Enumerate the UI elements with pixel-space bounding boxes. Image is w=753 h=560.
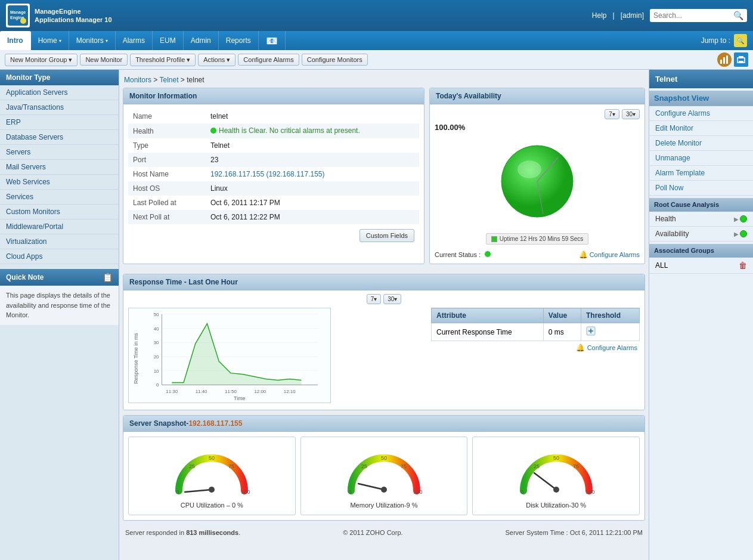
home-arrow-icon: ▾ xyxy=(59,38,61,44)
snapshot-view-header[interactable]: Snapshot View xyxy=(649,91,753,106)
configure-monitors-btn[interactable]: Configure Monitors xyxy=(302,54,368,66)
svg-rect-6 xyxy=(726,55,728,64)
nav-reports[interactable]: Reports xyxy=(219,31,259,50)
disk-gauge-label: Disk Utilization-30 % xyxy=(526,502,586,509)
attr-configure-alarms-link[interactable]: Configure Alarms xyxy=(587,344,637,351)
svg-text:100: 100 xyxy=(585,489,594,495)
threshold-config-icon[interactable] xyxy=(586,326,596,336)
svg-text:0: 0 xyxy=(156,382,159,388)
avail-30-btn[interactable]: 30▾ xyxy=(622,109,640,119)
svg-text:50: 50 xyxy=(381,455,387,461)
nav-monitors[interactable]: Monitors ▾ xyxy=(69,31,116,50)
field-label: Host OS xyxy=(128,181,206,196)
jump-icon[interactable]: 🔍 xyxy=(734,34,747,47)
configure-alarms-toolbar-btn[interactable]: Configure Alarms xyxy=(238,54,299,66)
configure-alarms-area: 🔔 Configure Alarms xyxy=(579,250,640,259)
svg-text:25: 25 xyxy=(189,463,195,469)
nav-home[interactable]: Home ▾ xyxy=(31,31,69,50)
svg-text:11:40: 11:40 xyxy=(196,389,207,394)
nav-icon[interactable]: 📧 xyxy=(259,31,286,50)
response-7-btn[interactable]: 7▾ xyxy=(367,294,382,304)
uptime-color-icon xyxy=(491,236,497,242)
sidebar-item-java[interactable]: Java/Transactions xyxy=(0,100,119,115)
header-right: Help | [admin] 🔍 xyxy=(592,9,747,22)
sidebar-item-mail-servers[interactable]: Mail Servers xyxy=(0,160,119,175)
sidebar-item-services[interactable]: Services xyxy=(0,190,119,205)
response-chart: Response Time in ms 50 xyxy=(128,308,331,403)
new-monitor-group-btn[interactable]: New Monitor Group ▾ xyxy=(5,54,78,66)
svg-marker-35 xyxy=(172,324,301,385)
current-status-icon xyxy=(485,251,491,257)
chart-icon[interactable] xyxy=(717,52,732,67)
attr-col-header: Attribute xyxy=(432,308,544,323)
sidebar-item-cloud-apps[interactable]: Cloud Apps xyxy=(0,249,119,264)
sidebar-item-virtualization[interactable]: Virtualization xyxy=(0,234,119,249)
memory-gauge-label: Memory Utilization-9 % xyxy=(350,502,417,509)
right-edit-monitor[interactable]: Edit Monitor xyxy=(649,121,753,136)
top-panels-row: Monitor Information Name telnet Health xyxy=(123,88,645,269)
right-unmanage[interactable]: Unmanage xyxy=(649,151,753,166)
quick-note-text: This page displays the details of the av… xyxy=(0,286,119,325)
svg-line-44 xyxy=(185,490,212,492)
footer-left: Server responded in 813 milliseconds. xyxy=(125,529,240,536)
availability-pie xyxy=(435,137,640,226)
svg-text:11:30: 11:30 xyxy=(166,389,178,394)
right-delete-monitor[interactable]: Delete Monitor xyxy=(649,136,753,151)
assoc-delete-icon[interactable]: 🗑 xyxy=(739,261,747,270)
sidebar-item-web-services[interactable]: Web Services xyxy=(0,175,119,190)
rca-health-icons: ▶ xyxy=(734,215,747,222)
sidebar-item-middleware[interactable]: Middleware/Portal xyxy=(0,219,119,234)
actions-btn[interactable]: Actions ▾ xyxy=(198,54,235,66)
footer-right: Server System Time : Oct 6, 2011 12:21:0… xyxy=(506,529,643,536)
search-input[interactable] xyxy=(653,11,731,20)
monitor-info-body: Name telnet Health Health is Clear. No c… xyxy=(123,104,424,233)
threshold-profile-btn[interactable]: Threshold Profile ▾ xyxy=(130,54,196,66)
nav-eum[interactable]: EUM xyxy=(153,31,184,50)
search-button[interactable]: 🔍 xyxy=(733,11,743,20)
nav-admin[interactable]: Admin xyxy=(184,31,219,50)
threshold-cell xyxy=(581,323,639,341)
response-30-btn[interactable]: 30▾ xyxy=(383,294,401,304)
field-value: telnet xyxy=(206,109,419,123)
svg-text:100: 100 xyxy=(241,489,250,495)
sidebar-item-custom-monitors[interactable]: Custom Monitors xyxy=(0,205,119,219)
dropdown-arrow-icon: ▾ xyxy=(69,56,72,64)
print-icon[interactable] xyxy=(734,52,748,67)
admin-button[interactable]: [admin] xyxy=(621,11,644,20)
monitors-arrow-icon: ▾ xyxy=(106,38,108,44)
sidebar-item-database-servers[interactable]: Database Servers xyxy=(0,130,119,145)
hostname-link[interactable]: 192.168.117.155 (192.168.117.155) xyxy=(206,167,419,181)
svg-point-59 xyxy=(553,487,559,493)
assoc-groups-header: Associated Groups xyxy=(649,244,753,258)
actions-arrow-icon: ▾ xyxy=(227,56,230,64)
app-name: ManageEngine Applications Manager 10 xyxy=(35,7,112,24)
right-poll-now[interactable]: Poll Now xyxy=(649,181,753,196)
new-monitor-btn[interactable]: New Monitor xyxy=(80,54,128,66)
field-label: Health xyxy=(128,123,206,138)
sidebar-item-application-servers[interactable]: Application Servers xyxy=(0,85,119,100)
table-row: Host Name 192.168.117.155 (192.168.117.1… xyxy=(128,167,419,181)
rca-health-status-icon xyxy=(740,215,747,222)
nav-intro[interactable]: Intro xyxy=(0,31,31,50)
nav-alarms[interactable]: Alarms xyxy=(116,31,153,50)
help-link[interactable]: Help xyxy=(592,11,607,20)
svg-rect-4 xyxy=(720,60,722,64)
breadcrumb-monitors[interactable]: Monitors xyxy=(124,76,151,84)
sidebar-item-servers[interactable]: Servers xyxy=(0,145,119,160)
field-label: Name xyxy=(128,109,206,123)
breadcrumb-telnet[interactable]: Telnet xyxy=(159,76,178,84)
avail-7-btn[interactable]: 7▾ xyxy=(605,109,619,119)
snapshot-server-link[interactable]: 192.168.117.155 xyxy=(188,419,242,428)
header-sep: | xyxy=(613,11,615,20)
sidebar-item-erp[interactable]: ERP xyxy=(0,115,119,130)
right-alarm-template[interactable]: Alarm Template xyxy=(649,166,753,181)
table-row: Health Health is Clear. No critical alar… xyxy=(128,123,419,138)
attr-table: Attribute Value Threshold Current Respon… xyxy=(431,308,640,405)
right-configure-alarms[interactable]: Configure Alarms xyxy=(649,106,753,121)
custom-fields-btn[interactable]: Custom Fields xyxy=(360,229,414,242)
configure-alarms-link[interactable]: Configure Alarms xyxy=(590,251,640,258)
svg-text:100: 100 xyxy=(413,489,422,495)
disk-gauge: 0 25 50 75 100 xyxy=(512,443,601,497)
table-row: Port 23 xyxy=(128,153,419,167)
availability-panel: Today's Availability 7▾ 30▾ 100.00% xyxy=(429,88,645,264)
